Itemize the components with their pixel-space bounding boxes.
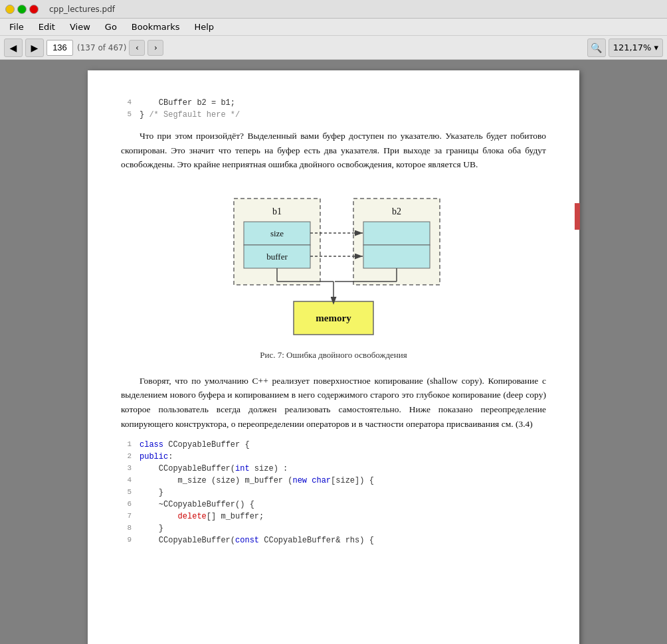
code-text: } bbox=[140, 523, 163, 534]
code-block-bottom: 1 class CCopyableBuffer { 2 public: 3 CC… bbox=[121, 439, 546, 546]
maximize-button[interactable] bbox=[17, 5, 27, 14]
next-icon: › bbox=[154, 43, 157, 52]
svg-rect-8 bbox=[363, 222, 430, 245]
line-number: 5 bbox=[121, 109, 132, 121]
paragraph-1: Что при этом произойдёт? Выделенный вами… bbox=[121, 129, 546, 172]
code-line: 7 delete[] m_buffer; bbox=[121, 511, 546, 523]
titlebar: cpp_lectures.pdf bbox=[0, 0, 667, 19]
forward-button[interactable]: ▶ bbox=[25, 39, 44, 57]
zoom-label: 121,17% bbox=[613, 42, 652, 52]
next-page-button[interactable]: › bbox=[147, 40, 163, 56]
svg-text:memory: memory bbox=[316, 313, 351, 323]
pdf-page: 4 CBuffer b2 = b1; 5 } /* Segfault here … bbox=[88, 70, 579, 644]
line-number: 4 bbox=[121, 97, 132, 109]
code-line: 2 public: bbox=[121, 451, 546, 463]
menu-go[interactable]: Go bbox=[98, 21, 124, 33]
toolbar: ◀ ▶ (137 of 467) ‹ › 🔍 121,17% ▾ bbox=[0, 36, 667, 60]
line-number: 9 bbox=[121, 534, 132, 546]
menubar: File Edit View Go Bookmarks Help bbox=[0, 19, 667, 36]
line-number: 8 bbox=[121, 523, 132, 534]
code-line: 4 CBuffer b2 = b1; bbox=[121, 97, 546, 109]
code-text: delete[] m_buffer; bbox=[140, 511, 264, 523]
page-info: (137 of 467) bbox=[77, 43, 126, 52]
code-block-top: 4 CBuffer b2 = b1; 5 } /* Segfault here … bbox=[121, 97, 546, 121]
window-controls bbox=[5, 5, 39, 14]
search-icon: 🔍 bbox=[591, 42, 602, 53]
line-number: 5 bbox=[121, 487, 132, 499]
menu-file[interactable]: File bbox=[3, 21, 31, 33]
diagram-container: b1 size buffer b2 bbox=[121, 185, 546, 361]
code-line: 1 class CCopyableBuffer { bbox=[121, 439, 546, 451]
bookmark-tab bbox=[575, 203, 580, 230]
code-line: 4 m_size (size) m_buffer (new char[size]… bbox=[121, 475, 546, 487]
zoom-control[interactable]: 121,17% ▾ bbox=[609, 39, 663, 57]
menu-view[interactable]: View bbox=[63, 21, 97, 33]
menu-help[interactable]: Help bbox=[187, 21, 221, 33]
window-title: cpp_lectures.pdf bbox=[49, 5, 115, 14]
code-text: CBuffer b2 = b1; bbox=[140, 97, 235, 109]
code-line: 6 ~CCopyableBuffer() { bbox=[121, 499, 546, 511]
content-area[interactable]: 4 CBuffer b2 = b1; 5 } /* Segfault here … bbox=[0, 60, 667, 644]
diagram-caption: Рис. 7: Ошибка двойного освобождения bbox=[260, 350, 407, 361]
line-number: 2 bbox=[121, 451, 132, 463]
prev-page-button[interactable]: ‹ bbox=[129, 40, 145, 56]
zoom-arrow-icon: ▾ bbox=[654, 42, 658, 52]
code-line: 9 CCopyableBuffer(const CCopyableBuffer&… bbox=[121, 534, 546, 546]
paragraph-2: Говорят, что по умолчанию C++ реализует … bbox=[121, 374, 546, 431]
code-line: 3 CCopyableBuffer(int size) : bbox=[121, 463, 546, 475]
code-text: public: bbox=[140, 451, 173, 463]
code-text: ~CCopyableBuffer() { bbox=[140, 499, 254, 511]
svg-text:b1: b1 bbox=[272, 206, 282, 216]
menu-edit[interactable]: Edit bbox=[32, 21, 62, 33]
back-button[interactable]: ◀ bbox=[4, 39, 23, 57]
code-text: } /* Segfault here */ bbox=[140, 109, 240, 121]
code-line: 5 } bbox=[121, 487, 546, 499]
code-text: CCopyableBuffer(int size) : bbox=[140, 463, 288, 475]
prev-icon: ‹ bbox=[136, 43, 139, 52]
svg-rect-9 bbox=[363, 245, 430, 268]
line-number: 7 bbox=[121, 511, 132, 523]
forward-icon: ▶ bbox=[31, 42, 39, 53]
svg-text:size: size bbox=[270, 228, 284, 238]
line-number: 4 bbox=[121, 475, 132, 487]
search-button[interactable]: 🔍 bbox=[587, 39, 606, 57]
line-number: 3 bbox=[121, 463, 132, 475]
menu-bookmarks[interactable]: Bookmarks bbox=[125, 21, 187, 33]
diagram-svg: b1 size buffer b2 bbox=[194, 185, 473, 345]
code-line: 8 } bbox=[121, 523, 546, 534]
line-number: 6 bbox=[121, 499, 132, 511]
code-line: 5 } /* Segfault here */ bbox=[121, 109, 546, 121]
back-icon: ◀ bbox=[10, 42, 17, 53]
close-button[interactable] bbox=[29, 5, 39, 14]
code-text: } bbox=[140, 487, 163, 499]
code-text: CCopyableBuffer(const CCopyableBuffer& r… bbox=[140, 534, 374, 546]
page-number-input[interactable] bbox=[47, 40, 73, 56]
line-number: 1 bbox=[121, 439, 132, 451]
minimize-button[interactable] bbox=[5, 5, 15, 14]
svg-text:buffer: buffer bbox=[266, 252, 288, 262]
code-text: class CCopyableBuffer { bbox=[140, 439, 250, 451]
code-text: m_size (size) m_buffer (new char[size]) … bbox=[140, 475, 374, 487]
svg-text:b2: b2 bbox=[392, 206, 401, 216]
